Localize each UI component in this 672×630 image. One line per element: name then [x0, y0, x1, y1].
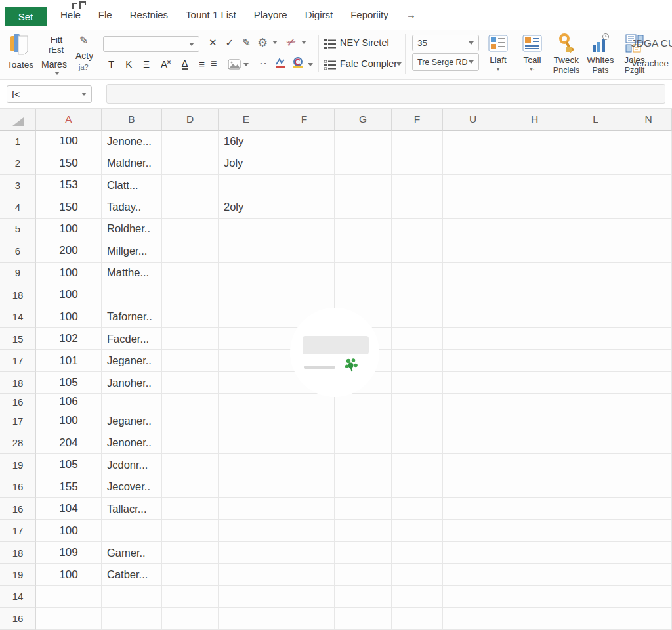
cell[interactable]	[219, 240, 274, 262]
cell[interactable]	[625, 542, 672, 564]
cell[interactable]	[443, 196, 503, 218]
cell[interactable]	[443, 498, 503, 520]
check-icon[interactable]: ✓	[226, 37, 234, 49]
cell[interactable]	[503, 520, 566, 541]
cell[interactable]	[162, 454, 219, 476]
cell[interactable]	[162, 564, 219, 585]
menu-item-hele[interactable]: Hele	[60, 9, 81, 20]
cell[interactable]	[443, 175, 503, 196]
cell[interactable]	[162, 328, 219, 350]
cell[interactable]	[219, 542, 274, 564]
row-header[interactable]: 16	[0, 608, 36, 629]
column-header-F-4[interactable]: F	[274, 109, 335, 131]
cell[interactable]	[625, 306, 672, 328]
cell[interactable]	[443, 608, 503, 629]
cell[interactable]	[219, 432, 274, 454]
cell[interactable]: Matthe...	[102, 262, 162, 284]
cell[interactable]	[162, 131, 219, 152]
cell[interactable]	[443, 564, 503, 585]
cell[interactable]	[443, 394, 503, 410]
cell[interactable]	[219, 608, 274, 629]
cell[interactable]	[102, 520, 162, 541]
cell[interactable]	[503, 306, 566, 328]
cell[interactable]	[219, 328, 274, 350]
chevron-down-icon[interactable]	[272, 41, 278, 44]
cell[interactable]	[443, 131, 503, 152]
cell[interactable]	[274, 196, 335, 218]
column-header-A-0[interactable]: A	[36, 109, 102, 131]
cell[interactable]	[566, 394, 625, 410]
cell[interactable]	[219, 520, 274, 541]
close-icon[interactable]: ✕	[209, 37, 217, 49]
cell[interactable]	[274, 152, 335, 174]
row-header[interactable]: 16	[0, 498, 36, 520]
cell[interactable]: 102	[36, 328, 102, 350]
cell[interactable]	[503, 219, 566, 240]
column-header-U-7[interactable]: U	[443, 109, 503, 131]
row-header[interactable]: 5	[0, 219, 36, 240]
cell[interactable]	[625, 476, 672, 498]
cell[interactable]	[162, 608, 219, 629]
row-header[interactable]: 9	[0, 262, 36, 284]
app-logo-tab[interactable]: Set	[5, 7, 47, 26]
cell[interactable]	[443, 432, 503, 454]
cell[interactable]: 150	[36, 152, 102, 174]
cell[interactable]	[503, 262, 566, 284]
cell[interactable]	[219, 306, 274, 328]
cell[interactable]	[566, 608, 625, 629]
cell[interactable]: Jenoner..	[102, 432, 162, 454]
gear-icon[interactable]: ⚙	[257, 35, 268, 50]
fale-compler-button[interactable]: Fale Compler	[340, 58, 397, 69]
cell[interactable]: Joly	[219, 152, 274, 174]
cell[interactable]	[274, 542, 335, 564]
cell[interactable]	[274, 454, 335, 476]
cell[interactable]	[443, 152, 503, 174]
number-format-combobox[interactable]: 35	[412, 35, 479, 51]
cell[interactable]	[162, 432, 219, 454]
cell[interactable]	[392, 262, 443, 284]
cell[interactable]	[625, 328, 672, 350]
column-header-G-5[interactable]: G	[335, 109, 392, 131]
cell[interactable]	[392, 219, 443, 240]
cell[interactable]: Taday..	[102, 196, 162, 218]
format-button-1[interactable]: K	[125, 58, 132, 70]
liaft-button[interactable]: Liaft ▾	[483, 32, 513, 75]
format-button-2[interactable]: Ξ	[143, 58, 150, 70]
row-header[interactable]: 3	[0, 175, 36, 196]
cell[interactable]	[566, 240, 625, 262]
cell[interactable]: Jeganer..	[102, 410, 162, 432]
cell[interactable]: Millger...	[102, 240, 162, 262]
cell[interactable]	[443, 328, 503, 350]
cell[interactable]: Jecover..	[102, 476, 162, 498]
cell[interactable]	[566, 564, 625, 585]
cell[interactable]	[625, 432, 672, 454]
cell[interactable]	[443, 219, 503, 240]
cell[interactable]	[162, 410, 219, 432]
chevron-down-icon[interactable]	[54, 72, 60, 75]
cell[interactable]	[392, 394, 443, 410]
cell[interactable]	[503, 394, 566, 410]
cell[interactable]: Taforner..	[102, 306, 162, 328]
cell[interactable]	[274, 131, 335, 152]
cell[interactable]	[566, 175, 625, 196]
menu-item-fle[interactable]: Fle	[98, 9, 112, 20]
cell[interactable]	[392, 564, 443, 585]
cell[interactable]	[443, 262, 503, 284]
cell[interactable]	[162, 262, 219, 284]
cell[interactable]	[566, 284, 625, 306]
cell[interactable]	[219, 410, 274, 432]
cell[interactable]	[335, 542, 392, 564]
cell[interactable]	[162, 520, 219, 541]
cell[interactable]	[503, 328, 566, 350]
cell[interactable]	[335, 476, 392, 498]
cell[interactable]	[625, 284, 672, 306]
cell[interactable]	[274, 410, 335, 432]
cell[interactable]	[219, 175, 274, 196]
cell[interactable]	[162, 586, 219, 608]
cell[interactable]	[443, 586, 503, 608]
cell[interactable]	[443, 284, 503, 306]
image-icon[interactable]	[228, 59, 241, 72]
cell[interactable]: 150	[36, 196, 102, 218]
cell[interactable]	[392, 410, 443, 432]
cell[interactable]	[162, 350, 219, 371]
